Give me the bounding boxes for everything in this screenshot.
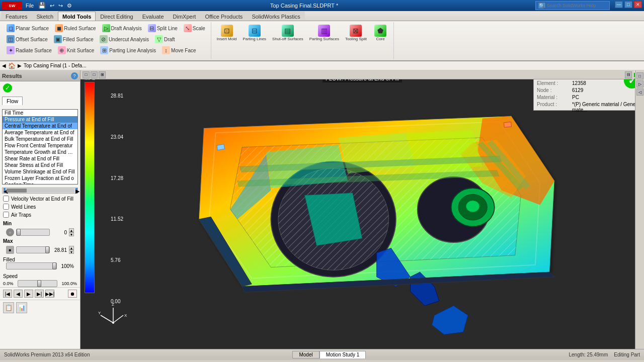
play-next-button[interactable]: ▶| [35,290,44,298]
restore-button[interactable]: □ [624,1,632,8]
offset-surface-button[interactable]: ◫ Offset Surface [4,34,50,44]
search-area[interactable]: 🔍 [535,1,610,10]
draft-analysis-button[interactable]: ▷ Draft Analysis [100,23,144,33]
chart-icon[interactable]: 📊 [16,302,27,313]
min-slider-thumb[interactable] [17,229,21,236]
max-slider-thumb[interactable] [45,246,49,253]
dropdown-item-vol-shrinkage[interactable]: Volume Shrinkage at End of Fill [3,168,77,175]
top-strip-btn-2[interactable]: □ [91,71,98,78]
filled-slider[interactable] [6,262,57,269]
dropdown-item-temp-growth[interactable]: Temperature Growth at End of E [3,149,77,155]
insert-mold-button[interactable]: ⊡ Insert Mold [214,23,239,43]
flow-tab[interactable]: Flow [2,97,23,105]
dropdown-item-fill-time[interactable]: Fill Time [3,110,77,116]
dropdown-item-frozen-layer[interactable]: Frozen Layer Fraction at End o [3,175,77,182]
ribbon-group-surfaces: ◻ Planar Surface ◼ Ruled Surface ▷ Draft… [2,22,211,59]
strip-btn-1[interactable]: □ [636,72,643,79]
tab-evaluate[interactable]: Evaluate [138,12,169,21]
velocity-vector-checkbox[interactable] [3,196,9,202]
speed-slider[interactable] [18,280,58,287]
undercut-analysis-button[interactable]: ⊘ Undercut Analysis [97,34,151,44]
play-to-start-button[interactable]: |◀ [3,290,12,298]
min-spin-down[interactable]: ▼ [69,232,74,236]
viewport[interactable]: FLOW: Pressure at End of Fill MPa 28.81 … [80,70,644,349]
dropdown-item-shear-stress[interactable]: Shear Stress at End of Fill [3,162,77,168]
planar-surface-button[interactable]: ◻ Planar Surface [4,23,51,33]
filled-surface-button[interactable]: ▣ Filled Surface [51,34,96,44]
quick-access-save[interactable]: 💾 [37,2,47,9]
model-tab[interactable]: Model [292,351,319,358]
max-spin-up[interactable]: ▲ [69,246,74,250]
radiate-surface-icon: ✦ [7,46,15,54]
draft-icon: ▽ [155,35,163,43]
dropdown-item-cooling-time[interactable]: Cooling Time [3,182,77,185]
max-spin-down[interactable]: ▼ [69,250,74,254]
scroll-track[interactable] [7,189,74,193]
tab-dimxpert[interactable]: DimXpert [169,12,201,21]
tab-direct-editing[interactable]: Direct Editing [96,12,137,21]
knit-surface-button[interactable]: ⊕ Knit Surface [55,45,97,55]
min-spin-up[interactable]: ▲ [69,228,74,232]
top-strip-btn-3[interactable]: ⊞ [99,71,106,78]
air-traps-checkbox[interactable] [3,212,9,218]
play-to-end-button[interactable]: ▶▶| [45,290,54,298]
tab-solidworks-plastics[interactable]: SolidWorks Plastics [247,12,304,21]
dropdown-item-avg-temp[interactable]: Average Temperature at End of [3,129,77,136]
weld-lines-checkbox[interactable] [3,204,9,210]
scale-button[interactable]: ⤡ Scale [181,23,208,33]
product-value: *(P) Generic material / Generic mate... [572,102,641,113]
results-list-icon[interactable]: 📋 [3,302,14,313]
tab-mold-tools[interactable]: Mold Tools [58,12,96,21]
sw-menu-file[interactable]: File [24,1,35,10]
scroll-thumb[interactable] [7,189,27,193]
dropdown-item-bulk-temp[interactable]: Bulk Temperature at End of Fill [3,136,77,142]
dropdown-item-central-temp[interactable]: Central Temperature at End of [3,123,77,129]
tooling-split-button[interactable]: ⊠ Tooling Split [343,23,369,43]
radiate-surface-button[interactable]: ✦ Radiate Surface [4,45,54,55]
play-prev-button[interactable]: ◀ [14,290,23,298]
filled-slider-thumb[interactable] [52,262,56,269]
split-line-button[interactable]: ⊟ Split Line [145,23,180,33]
search-input[interactable] [547,3,607,8]
speed-slider-thumb[interactable] [37,280,41,287]
min-slider[interactable] [16,229,50,236]
max-spinner[interactable]: ▲ ▼ [69,246,74,254]
max-slider[interactable] [16,246,50,253]
strip-btn-3[interactable]: ◁ [636,88,643,96]
move-face-button[interactable]: ↕ Move Face [159,45,198,55]
help-button[interactable]: ? [71,72,78,79]
accept-button[interactable]: ✓ [3,83,12,93]
quick-access-rebuild[interactable]: ⚙ [66,3,73,9]
dropdown-item-flow-front-temp[interactable]: Flow Front Central Temperatur [3,142,77,149]
quick-access-redo[interactable]: ↪ [57,3,64,9]
statusbar: SolidWorks Premium 2013 x64 Edition Mode… [0,349,644,360]
top-strip-btn-end[interactable]: ⊟ [625,71,632,78]
motion-study-tab[interactable]: Motion Study 1 [319,351,366,358]
parting-line-analysis-button[interactable]: ⊞ Parting Line Analysis [98,45,158,55]
parting-lines-button[interactable]: ⊟ Parting Lines [240,23,269,43]
record-button[interactable]: ⏺ [68,290,77,298]
tab-features[interactable]: Features [1,12,32,21]
core-button[interactable]: ⬟ Core [370,23,390,43]
quick-access-undo[interactable]: ↩ [49,3,55,9]
parting-surfaces-button[interactable]: ▥ Parting Surfaces [307,23,342,43]
minimize-button[interactable]: — [615,1,623,8]
strip-btn-2[interactable]: ▷ [636,80,643,87]
dropdown-item-pressure[interactable]: Pressure at End of Fill [3,116,77,123]
shutoff-surfaces-button[interactable]: ▤ Shut-off Surfaces [270,23,306,43]
scroll-right-btn[interactable]: ▶ [75,188,77,193]
results-dropdown[interactable]: Fill Time Pressure at End of Fill Centra… [2,109,78,185]
back-arrow[interactable]: ◀ [2,63,6,68]
min-spinner[interactable]: ▲ ▼ [69,228,74,236]
titlebar-controls[interactable]: 🔍 — □ ✕ [535,1,642,10]
play-button[interactable]: ▶ [24,290,33,298]
close-button[interactable]: ✕ [634,1,642,8]
tab-office-products[interactable]: Office Products [200,12,247,21]
ruled-surface-button[interactable]: ◼ Ruled Surface [52,23,98,33]
horizontal-scrollbar[interactable]: ◀ ▶ [2,188,78,194]
top-strip-btn-1[interactable]: □ [83,71,90,78]
scroll-left-btn[interactable]: ◀ [4,188,6,193]
dropdown-item-shear-rate[interactable]: Shear Rate at End of Fill [3,155,77,162]
draft-button[interactable]: ▽ Draft [152,34,178,44]
tab-sketch[interactable]: Sketch [32,12,58,21]
